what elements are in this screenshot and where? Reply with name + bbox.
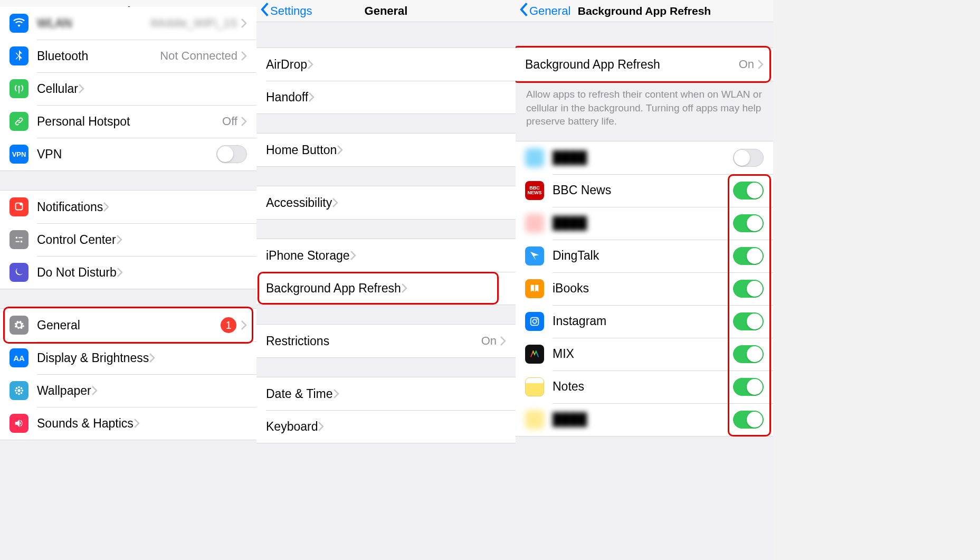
bell-icon — [9, 197, 28, 216]
notes-icon — [525, 377, 544, 396]
app-row: iBooks — [516, 272, 773, 305]
antenna-icon — [9, 79, 28, 98]
settings-row[interactable]: Sounds & Haptics — [0, 407, 256, 440]
settings-row[interactable]: Do Not Disturb — [0, 256, 256, 289]
settings-row[interactable]: VPNVPN — [0, 138, 256, 170]
chevron-right-icon — [149, 353, 155, 363]
back-label: General — [529, 4, 570, 18]
row-value: iMobile_WiFi_1S — [150, 16, 241, 30]
toggle-switch[interactable] — [733, 149, 764, 167]
back-button[interactable]: General — [520, 0, 570, 22]
row-label: Accessibility — [266, 196, 332, 210]
page-title: General — [365, 4, 408, 18]
row-label: Wallpaper — [37, 384, 91, 398]
chevron-right-icon — [241, 320, 247, 330]
app-label: Notes — [553, 379, 584, 394]
chevron-right-icon — [241, 51, 247, 61]
svg-point-4 — [21, 241, 23, 243]
general-row[interactable]: Handoff — [256, 81, 516, 113]
toggle-switch[interactable] — [733, 280, 764, 298]
app-label: ████ — [553, 216, 587, 230]
blur-blue-icon — [525, 148, 544, 167]
svg-point-9 — [15, 390, 17, 392]
row-label: Do Not Disturb — [37, 265, 117, 280]
toggle-switch[interactable] — [733, 378, 764, 396]
general-row[interactable]: RestrictionsOn — [256, 325, 516, 357]
chevron-right-icon — [318, 421, 324, 432]
settings-row[interactable]: Control Center — [0, 223, 256, 256]
toggle-switch[interactable] — [733, 182, 764, 200]
toggle-switch[interactable] — [733, 345, 764, 363]
general-row[interactable]: Keyboard — [256, 410, 516, 443]
settings-row[interactable]: Cellular — [0, 72, 256, 105]
general-row[interactable]: AirDrop — [256, 48, 516, 81]
general-row[interactable]: Date & Time — [256, 377, 516, 410]
svg-rect-5 — [16, 241, 20, 242]
page-title: Background App Refresh — [578, 5, 711, 17]
chevron-right-icon — [78, 83, 84, 94]
chevron-right-icon — [116, 234, 122, 245]
navbar-general: Settings General — [256, 0, 516, 22]
blur-yellow-icon — [525, 410, 544, 429]
settings-row[interactable]: BluetoothNot Connected — [0, 40, 256, 72]
toggle-switch[interactable] — [733, 214, 764, 232]
general-row[interactable]: Home Button — [256, 134, 516, 166]
svg-point-13 — [16, 392, 18, 394]
back-button[interactable]: Settings — [261, 0, 312, 22]
row-label: iPhone Storage — [266, 249, 350, 263]
badge: 1 — [221, 317, 236, 333]
row-label: Control Center — [37, 233, 116, 247]
chevron-left-icon — [520, 3, 528, 20]
general-row[interactable]: Background App Refresh — [256, 272, 516, 305]
app-row: BBCNEWSBBC News — [516, 174, 773, 207]
chevron-right-icon — [134, 418, 140, 429]
mix-icon — [525, 345, 544, 364]
row-label: Cellular — [37, 82, 78, 96]
svg-point-12 — [21, 387, 23, 390]
chevron-right-icon — [91, 385, 98, 396]
bluetooth-icon — [9, 46, 28, 65]
app-row: ████ — [516, 141, 773, 174]
app-label: ████ — [553, 150, 587, 165]
row-label: Background App Refresh — [525, 58, 660, 72]
app-row: MIX — [516, 338, 773, 371]
settings-row[interactable]: WLANiMobile_WiFi_1S — [0, 7, 256, 40]
svg-point-11 — [16, 387, 18, 390]
settings-row[interactable]: Wallpaper — [0, 374, 256, 407]
row-value: On — [481, 334, 500, 348]
settings-row[interactable]: AADisplay & Brightness — [0, 341, 256, 374]
chevron-right-icon — [332, 197, 338, 208]
toggle-switch[interactable] — [216, 145, 247, 163]
moon-icon — [9, 263, 28, 282]
settings-row[interactable]: Notifications — [0, 191, 256, 223]
settings-row[interactable]: Personal HotspotOff — [0, 105, 256, 138]
svg-point-6 — [17, 389, 21, 392]
app-label: iBooks — [553, 281, 589, 296]
general-row[interactable]: Accessibility — [256, 186, 516, 219]
bar-master-row[interactable]: Background App RefreshOn — [516, 48, 773, 81]
svg-point-16 — [532, 319, 536, 323]
chevron-right-icon — [337, 145, 343, 155]
toggle-switch[interactable] — [733, 312, 764, 330]
toggle-switch[interactable] — [733, 247, 764, 265]
app-label: BBC News — [553, 183, 611, 197]
chevron-right-icon — [241, 18, 247, 29]
row-label: Personal Hotspot — [37, 115, 130, 129]
row-label: WLAN — [37, 16, 72, 31]
chevron-right-icon — [757, 59, 764, 70]
app-label: MIX — [553, 347, 574, 361]
link-icon — [9, 112, 28, 131]
svg-point-10 — [22, 390, 24, 392]
row-label: Display & Brightness — [37, 351, 149, 365]
row-label: Background App Refresh — [266, 281, 401, 296]
chevron-right-icon — [307, 59, 313, 70]
general-row[interactable]: iPhone Storage — [256, 239, 516, 272]
settings-row[interactable]: General1 — [0, 309, 256, 341]
toggle-switch[interactable] — [733, 411, 764, 429]
svg-point-7 — [18, 386, 20, 388]
row-value: Off — [222, 115, 241, 128]
svg-point-17 — [536, 318, 537, 319]
ibooks-icon — [525, 279, 544, 298]
dingtalk-icon — [525, 246, 544, 265]
chevron-right-icon — [333, 388, 339, 399]
